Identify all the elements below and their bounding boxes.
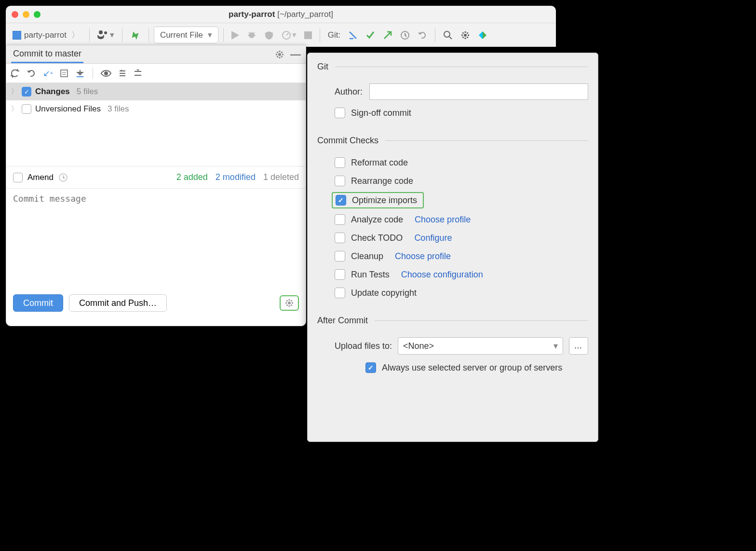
svg-point-16 <box>104 71 108 75</box>
runtests-checkbox[interactable] <box>335 269 345 280</box>
project-icon <box>13 31 21 40</box>
rollback-icon[interactable] <box>27 69 36 78</box>
checks-section-title: Commit Checks <box>317 136 588 146</box>
signoff-checkbox[interactable] <box>335 108 345 118</box>
todo-configure-link[interactable]: Configure <box>414 233 452 243</box>
changes-tree: 〉 ✓ Changes 5 files 〉 Unversioned Files … <box>6 83 306 166</box>
minimize-button[interactable] <box>23 11 29 18</box>
run-icon[interactable] <box>229 29 242 41</box>
git-label: Git: <box>325 28 343 42</box>
cleanup-checkbox[interactable] <box>335 251 345 262</box>
svg-rect-12 <box>61 70 68 77</box>
debug-icon[interactable] <box>244 28 259 42</box>
group-icon[interactable] <box>118 69 127 78</box>
optimize-highlight: ✓ Optimize imports <box>332 192 424 208</box>
todo-checkbox[interactable] <box>335 233 345 243</box>
git-commit-icon[interactable] <box>363 28 378 42</box>
users-dropdown[interactable]: ▾ <box>94 28 117 42</box>
run-config-select[interactable]: Current File ▾ <box>154 27 218 43</box>
git-push-icon[interactable] <box>380 28 395 42</box>
added-stat: 2 added <box>176 172 208 182</box>
main-window: party-parrot [~/party_parrot] party-parr… <box>6 6 556 47</box>
unversioned-label: Unversioned Files <box>35 104 101 114</box>
cleanup-profile-link[interactable]: Choose profile <box>395 251 451 262</box>
signoff-label: Sign-off commit <box>351 108 411 118</box>
analyze-profile-link[interactable]: Choose profile <box>415 215 471 225</box>
copyright-label: Update copyright <box>351 288 417 298</box>
modified-stat: 2 modified <box>216 172 256 182</box>
rearrange-label: Rearrange code <box>351 176 413 186</box>
reformat-checkbox[interactable] <box>335 157 345 168</box>
unversioned-count: 3 files <box>108 104 129 114</box>
show-diff-icon[interactable] <box>101 69 111 77</box>
traffic-lights <box>12 11 40 18</box>
optimize-checkbox[interactable]: ✓ <box>336 195 346 206</box>
chevron-right-icon[interactable]: 〉 <box>11 105 18 113</box>
commit-button[interactable]: Commit <box>13 294 63 312</box>
commit-message-area <box>6 188 306 289</box>
unversioned-checkbox[interactable] <box>22 104 31 114</box>
commit-buttons-row: Commit Commit and Push… <box>6 289 306 317</box>
svg-point-8 <box>444 31 450 37</box>
project-breadcrumb[interactable]: party-parrot 〉 <box>10 28 84 42</box>
changes-count: 5 files <box>77 87 98 96</box>
maximize-button[interactable] <box>34 11 40 18</box>
history-icon[interactable] <box>58 173 68 182</box>
svg-line-2 <box>249 32 250 34</box>
search-icon[interactable] <box>440 28 456 42</box>
window-title: party-parrot [~/party_parrot] <box>229 10 333 19</box>
commit-message-input[interactable] <box>6 189 306 289</box>
upload-select[interactable]: <None> ▾ <box>398 337 563 355</box>
upload-more-button[interactable]: … <box>569 337 588 355</box>
changes-checkbox[interactable]: ✓ <box>22 87 31 96</box>
copyright-checkbox[interactable] <box>335 288 345 298</box>
always-server-checkbox[interactable]: ✓ <box>365 362 376 373</box>
tree-changes-node[interactable]: 〉 ✓ Changes 5 files <box>6 83 306 100</box>
cleanup-label: Cleanup <box>351 251 383 262</box>
view-options-icon[interactable] <box>134 69 142 78</box>
svg-point-10 <box>464 34 467 37</box>
build-icon[interactable] <box>127 28 144 42</box>
author-input[interactable] <box>369 83 588 100</box>
close-button[interactable] <box>12 11 18 18</box>
main-toolbar: party-parrot 〉 ▾ Current File ▾ ▾ Git: <box>6 23 556 47</box>
author-label: Author: <box>335 87 363 97</box>
git-update-icon[interactable] <box>345 28 361 42</box>
commit-and-push-button[interactable]: Commit and Push… <box>69 294 167 312</box>
refresh-icon[interactable] <box>10 69 20 78</box>
analyze-checkbox[interactable] <box>335 214 345 225</box>
reformat-label: Reformat code <box>351 158 408 168</box>
coverage-icon[interactable] <box>261 28 277 42</box>
svg-rect-6 <box>304 31 312 39</box>
svg-point-11 <box>278 53 281 56</box>
commit-tab[interactable]: Commit to master <box>11 46 83 63</box>
panel-minimize-icon[interactable]: — <box>290 48 301 61</box>
rearrange-checkbox[interactable] <box>335 176 345 186</box>
diff-icon[interactable]: ↙+ <box>43 68 53 79</box>
changes-label: Changes <box>35 87 70 96</box>
git-section-title: Git <box>317 62 588 72</box>
stop-icon[interactable] <box>301 29 315 41</box>
tree-unversioned-node[interactable]: 〉 Unversioned Files 3 files <box>6 100 306 118</box>
runtests-config-link[interactable]: Choose configuration <box>401 270 483 280</box>
git-rollback-icon[interactable] <box>415 28 430 42</box>
optimize-label: Optimize imports <box>352 195 417 206</box>
commit-options-gear-icon[interactable] <box>280 295 299 311</box>
chevron-right-icon[interactable]: 〉 <box>11 87 18 96</box>
amend-checkbox[interactable] <box>13 173 23 182</box>
after-section-title: After Commit <box>317 316 588 326</box>
shelve-icon[interactable] <box>75 69 85 78</box>
commit-toolbar: ↙+ <box>6 64 306 83</box>
analyze-label: Analyze code <box>351 215 403 225</box>
svg-line-5 <box>286 33 288 35</box>
upload-label: Upload files to: <box>335 341 392 351</box>
svg-point-23 <box>288 302 291 304</box>
panel-gear-icon[interactable] <box>275 50 284 59</box>
jetbrains-icon[interactable] <box>475 28 490 42</box>
svg-line-9 <box>449 37 452 39</box>
git-history-icon[interactable] <box>397 28 413 42</box>
settings-icon[interactable] <box>458 28 473 42</box>
changelist-icon[interactable] <box>60 69 68 78</box>
chevron-right-icon: 〉 <box>71 29 80 41</box>
profiler-icon[interactable]: ▾ <box>279 28 299 42</box>
